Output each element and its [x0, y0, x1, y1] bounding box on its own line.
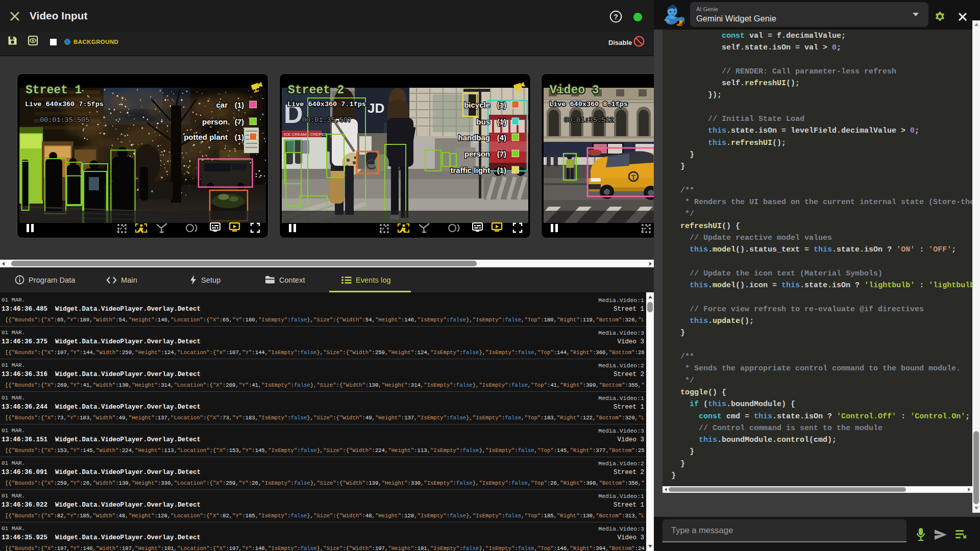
svg-text:(1): (1): [235, 133, 244, 141]
svg-text:Live 640x360 7.1fps: Live 640x360 7.1fps: [287, 101, 366, 108]
svg-text:bicycle: bicycle: [464, 101, 490, 109]
svg-text:person: person: [464, 149, 490, 158]
svg-text:traffic light: traffic light: [451, 166, 491, 174]
svg-text:T: T: [631, 173, 635, 181]
svg-text:Video 3: Video 3: [550, 84, 599, 97]
svg-text:(1): (1): [497, 166, 506, 174]
svg-text:(7): (7): [235, 117, 244, 126]
svg-text:00:01:35.507: 00:01:35.507: [302, 116, 352, 124]
svg-text:Live 640x360 8.1fps: Live 640x360 8.1fps: [549, 101, 628, 108]
svg-text:Street 2: Street 2: [288, 84, 344, 97]
svg-text:handbag: handbag: [458, 133, 491, 142]
svg-text:ICE CREAM - CREPES: ICE CREAM - CREPES: [284, 132, 327, 137]
svg-text:00:01:35.512: 00:01:35.512: [564, 116, 614, 124]
svg-text:(1): (1): [497, 117, 506, 126]
svg-text:JD: JD: [368, 101, 384, 116]
svg-text:bus: bus: [476, 117, 490, 126]
svg-text:car: car: [216, 101, 228, 109]
svg-text:Street 1: Street 1: [26, 84, 82, 97]
svg-text:(1): (1): [235, 101, 244, 109]
svg-text:Live 640x360 7.5fps: Live 640x360 7.5fps: [25, 101, 104, 108]
svg-text:(1): (1): [497, 101, 506, 109]
svg-text:?: ?: [614, 13, 618, 21]
svg-text:person: person: [202, 117, 228, 126]
svg-text:(7): (7): [497, 149, 506, 158]
svg-text:00:01:35.505: 00:01:35.505: [40, 116, 89, 124]
svg-text:(4): (4): [497, 133, 506, 142]
svg-text:potted plant: potted plant: [184, 133, 228, 141]
